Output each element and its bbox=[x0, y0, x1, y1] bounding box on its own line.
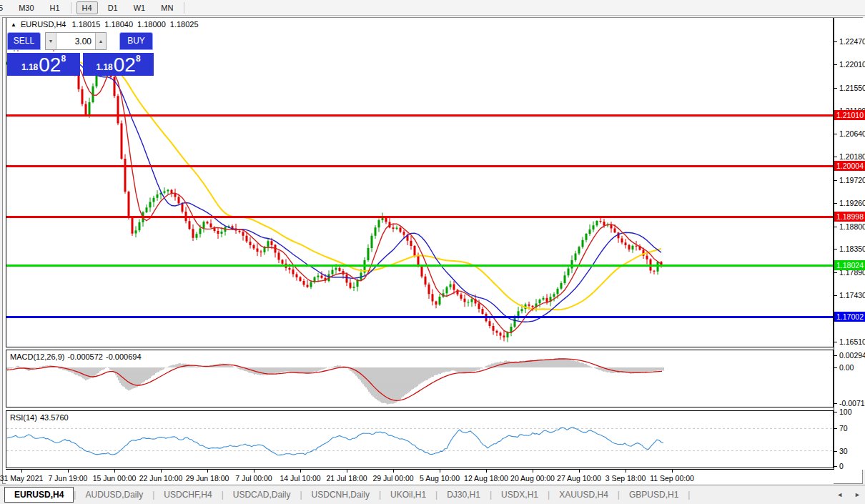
timeframe-button-5[interactable]: 5 bbox=[0, 1, 9, 14]
macd-label: MACD(12,26,9)-0.000572-0.000694 bbox=[10, 352, 144, 361]
horizontal-line-resistance-1[interactable] bbox=[6, 114, 833, 117]
price-axis-label: 1.16510 bbox=[839, 337, 865, 346]
tab-eurusd-h4[interactable]: EURUSD,H4 bbox=[4, 487, 74, 503]
buy-price-display[interactable]: 1.18028 bbox=[83, 51, 154, 76]
price-axis-label: 1.17430 bbox=[839, 291, 865, 300]
tabs-scroll-right-button[interactable]: ► bbox=[853, 490, 862, 500]
sell-button[interactable]: SELL bbox=[7, 32, 41, 50]
rsi-indicator-panel[interactable]: RSI(14)43.5760 bbox=[6, 410, 834, 468]
rsi-label: RSI(14)43.5760 bbox=[10, 413, 71, 422]
time-axis-tick bbox=[579, 470, 580, 473]
macd-axis-tick bbox=[834, 355, 837, 356]
time-axis-tick bbox=[21, 470, 22, 473]
price-axis-tick bbox=[834, 180, 837, 181]
time-axis-tick bbox=[626, 470, 626, 473]
chart-tabs: EURUSD,H4|AUDUSD,Daily|USDCHF,H4|USDCAD,… bbox=[4, 485, 690, 504]
price-axis-label: 1.20640 bbox=[839, 129, 865, 138]
rsi-axis-tick bbox=[834, 466, 837, 467]
price-badge-support-1: 1.17002 bbox=[834, 312, 865, 322]
sell-price-sup: 8 bbox=[61, 54, 66, 64]
rsi-axis-tick bbox=[834, 451, 837, 452]
volume-increase-button[interactable]: ▲ bbox=[95, 33, 106, 49]
tabs-scroll-controls: ◄ ► bbox=[835, 485, 862, 504]
timeframe-button-d1[interactable]: D1 bbox=[102, 1, 124, 14]
tab-usdcad-daily[interactable]: USDCAD,Daily bbox=[224, 487, 300, 503]
chart-symbol-label: EURUSD,H4 bbox=[21, 20, 66, 29]
tab-gbpusd-h1[interactable]: GBPUSD,H1 bbox=[620, 487, 688, 503]
time-axis-tick bbox=[672, 470, 673, 473]
horizontal-line-resistance-3[interactable] bbox=[6, 216, 833, 218]
time-axis-tick bbox=[486, 470, 487, 473]
price-badge-resistance-2: 1.20004 bbox=[834, 161, 865, 171]
rsi-axis-tick bbox=[834, 428, 837, 429]
price-axis-label: 1.22470 bbox=[839, 37, 865, 46]
volume-decrease-button[interactable]: ▼ bbox=[46, 33, 56, 49]
sell-price-prefix: 1.18 bbox=[21, 62, 38, 72]
timeframe-button-h4[interactable]: H4 bbox=[76, 1, 98, 14]
price-axis-tick bbox=[834, 203, 837, 204]
rsi-axis-label: 0 bbox=[839, 462, 844, 470]
macd-axis-label: -0.007151 bbox=[839, 399, 865, 407]
macd-value-2: -0.000694 bbox=[106, 352, 142, 361]
price-axis-tick bbox=[834, 64, 837, 65]
one-click-trading-panel: SELL ▼ ▲ BUY 1.18028 1.18028 bbox=[6, 31, 154, 77]
price-axis-label: 1.20180 bbox=[839, 152, 865, 161]
time-axis-tick bbox=[114, 470, 115, 473]
price-axis-tick bbox=[834, 134, 837, 134]
horizontal-line-support-1[interactable] bbox=[6, 316, 833, 318]
buy-button[interactable]: BUY bbox=[119, 32, 153, 50]
tab-usdx-h1[interactable]: USDX,H1 bbox=[492, 487, 548, 503]
buy-price-sup: 8 bbox=[136, 54, 141, 64]
tab-dj30-h1[interactable]: DJ30,H1 bbox=[438, 487, 490, 503]
timeframe-button-mn[interactable]: MN bbox=[155, 1, 179, 14]
timeframe-button-h1[interactable]: H1 bbox=[44, 1, 66, 14]
volume-input[interactable] bbox=[56, 33, 95, 49]
price-axis-label: 1.18800 bbox=[839, 222, 865, 231]
time-axis-tick bbox=[254, 470, 254, 473]
tab-ukoil-h1[interactable]: UKOil,H1 bbox=[381, 487, 435, 503]
horizontal-line-resistance-2[interactable] bbox=[6, 165, 833, 167]
price-badge-current-price: 1.18024 bbox=[834, 260, 865, 270]
timeframe-button-m30[interactable]: M30 bbox=[13, 1, 39, 14]
price-badge-resistance-3: 1.18998 bbox=[834, 212, 865, 222]
toolbar-separator bbox=[184, 2, 184, 14]
tab-audusd-daily[interactable]: AUDUSD,Daily bbox=[76, 487, 152, 503]
macd-axis-label: 0.00 bbox=[839, 363, 854, 372]
macd-indicator-panel[interactable]: MACD(12,26,9)-0.000572-0.000694 bbox=[6, 350, 834, 407]
trade-panel-toggle-icon[interactable]: ▲ bbox=[11, 21, 16, 28]
price-axis-tick bbox=[834, 88, 837, 89]
ohlc-low: 1.18000 bbox=[137, 20, 166, 29]
price-axis-label: 1.19720 bbox=[839, 176, 865, 184]
macd-title: MACD(12,26,9) bbox=[10, 352, 64, 361]
rsi-axis-label: 100 bbox=[839, 407, 852, 416]
price-axis-label: 1.21550 bbox=[839, 84, 865, 92]
price-axis-label: 1.22010 bbox=[839, 60, 865, 69]
tabs-scroll-left-button[interactable]: ◄ bbox=[835, 490, 844, 500]
trading-terminal: 5M30H1H4D1W1MN ▲ EURUSD,H4 1.18015 1.180… bbox=[0, 0, 865, 504]
price-axis-tick bbox=[834, 249, 837, 249]
buy-price-big: 02 bbox=[114, 54, 136, 76]
price-chart-area[interactable]: ▲ EURUSD,H4 1.18015 1.18040 1.18000 1.18… bbox=[6, 18, 834, 347]
horizontal-line-current-price[interactable] bbox=[6, 265, 833, 267]
timeframe-button-w1[interactable]: W1 bbox=[128, 1, 152, 14]
time-axis-tick bbox=[207, 470, 208, 473]
sell-price-display[interactable]: 1.18028 bbox=[7, 51, 80, 76]
time-axis-tick bbox=[393, 470, 394, 473]
macd-value-1: -0.000572 bbox=[67, 352, 103, 361]
price-axis-tick bbox=[834, 227, 837, 227]
macd-axis-tick bbox=[834, 367, 837, 368]
chart-tabs-bar: EURUSD,H4|AUDUSD,Daily|USDCHF,H4|USDCAD,… bbox=[0, 485, 865, 504]
time-axis-tick bbox=[300, 470, 301, 473]
ohlc-close: 1.18025 bbox=[170, 20, 199, 29]
tab-xauusd-h4[interactable]: XAUUSD,H4 bbox=[550, 487, 618, 503]
buy-price-prefix: 1.18 bbox=[96, 62, 112, 72]
tab-usdcnh-daily[interactable]: USDCNH,Daily bbox=[302, 487, 379, 503]
price-axis: 1.224701.220101.215501.211001.206401.201… bbox=[834, 18, 865, 470]
timeframe-toolbar: 5M30H1H4D1W1MN bbox=[0, 0, 865, 16]
rsi-axis-label: 70 bbox=[839, 424, 848, 433]
rsi-value: 43.5760 bbox=[40, 413, 69, 422]
tab-usdchf-h4[interactable]: USDCHF,H4 bbox=[154, 487, 221, 503]
macd-axis-tick bbox=[834, 403, 837, 404]
price-axis-tick bbox=[834, 157, 837, 157]
macd-axis-label: 0.002947 bbox=[839, 351, 865, 360]
